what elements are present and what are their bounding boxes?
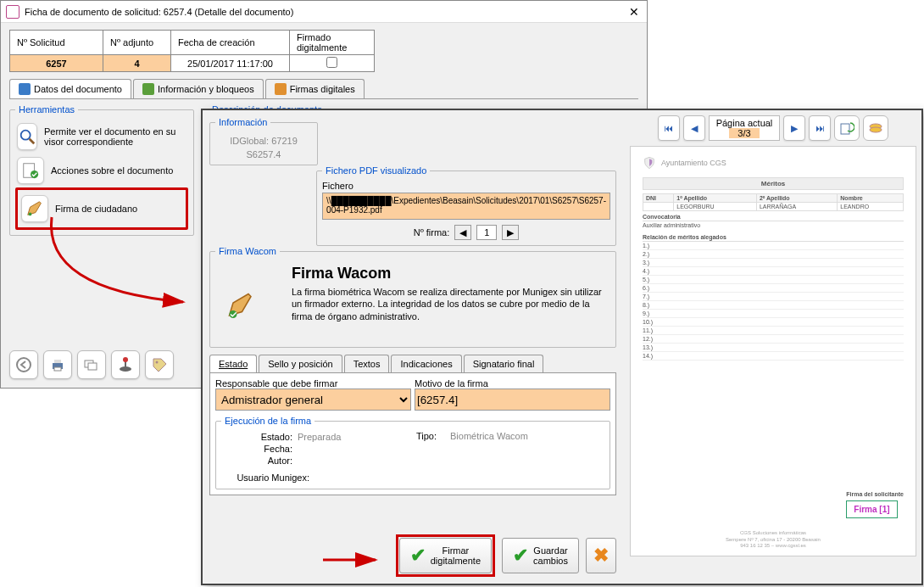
s-text: S6257.4: [215, 149, 312, 159]
page-next-icon[interactable]: ▶: [783, 115, 805, 141]
tipo-label: Tipo:: [416, 431, 437, 441]
tab-estado[interactable]: Estado: [209, 355, 257, 372]
val-num-solicitud: 6257: [10, 55, 103, 72]
info-legend: Información: [215, 117, 270, 127]
close-icon[interactable]: ✕: [626, 5, 642, 19]
spin-prev-icon[interactable]: ◀: [454, 225, 471, 240]
tipo-value: Biométrica Wacom: [450, 431, 528, 441]
wacom-legend: Firma Wacom: [215, 246, 280, 256]
tab-textos[interactable]: Textos: [344, 355, 390, 372]
tab-firmas-label: Firmas digitales: [290, 84, 355, 94]
gallery-icon[interactable]: [77, 350, 106, 379]
wacom-title: Firma Wacom: [292, 265, 610, 282]
shield-icon: [643, 155, 656, 171]
info-fieldset: Información IDGlobal: 67219 S6257.4: [209, 117, 318, 165]
col-num-solicitud: Nº Solicitud: [10, 31, 103, 55]
tool-firma-ciudadano[interactable]: Firma de ciudadano: [19, 192, 184, 226]
svg-point-0: [21, 131, 31, 140]
applicant-table: DNI1º Apellido2º ApellidoNombre LEGORBUR…: [643, 193, 904, 211]
convocatoria-label: Convocatoria: [643, 214, 904, 221]
doc-section-meritos: Méritos: [643, 177, 904, 190]
svg-point-4: [29, 213, 32, 216]
document-preview: Ayuntamiento CGS Méritos DNI1º Apellido2…: [630, 146, 916, 556]
firmar-button[interactable]: ✔ Firmardigitalmente: [399, 538, 492, 573]
val-fecha: 25/01/2017 11:17:00: [171, 55, 290, 72]
app-icon: [6, 5, 19, 19]
val-firmado: [290, 55, 375, 72]
guardar-button[interactable]: ✔ Guardarcambios: [502, 538, 579, 573]
tab-info-bloqueos[interactable]: Información y bloqueos: [133, 79, 264, 98]
fichero-label: Fichero: [322, 181, 610, 191]
wacom-fieldset: Firma Wacom Firma Wacom La firma biométr…: [209, 246, 616, 348]
herramientas-legend: Herramientas: [15, 104, 78, 115]
col-fecha: Fecha de creación: [171, 31, 290, 55]
window-title: Ficha de documento de solicitud: 6257.4 …: [25, 7, 626, 17]
check-icon: ✔: [410, 545, 426, 566]
tab-datos-documento[interactable]: Datos del documento: [9, 79, 131, 98]
joystick-icon[interactable]: [111, 350, 140, 379]
fichero-path[interactable]: \\██████████\Expedientes\Beasain\Solicit…: [322, 193, 610, 220]
responsable-select[interactable]: Admistrador general: [215, 389, 411, 411]
estado-tab-content: Responsable que debe firmar Admistrador …: [209, 373, 616, 495]
spin-next-icon[interactable]: ▶: [502, 225, 519, 240]
page-current: 3/3: [729, 128, 759, 138]
svg-point-15: [230, 310, 237, 318]
firmar-label: Firmardigitalmente: [431, 545, 481, 566]
page-last-icon[interactable]: ⏭: [809, 115, 831, 141]
firmado-checkbox[interactable]: [326, 57, 337, 68]
svg-point-14: [156, 361, 159, 364]
motivo-input[interactable]: [415, 389, 610, 411]
tag-icon[interactable]: [145, 350, 174, 379]
main-tabs: Datos del documento Información y bloque…: [9, 79, 638, 99]
bottom-toolbar: [9, 350, 174, 379]
page-label: Página actual: [716, 118, 773, 128]
convocatoria-value: Auxiliar administrativo: [643, 221, 904, 229]
tool-acciones[interactable]: Acciones sobre el documento: [15, 154, 188, 187]
back-icon[interactable]: [9, 350, 38, 379]
signature-icon: [275, 83, 287, 95]
titlebar: Ficha de documento de solicitud: 6257.4 …: [1, 1, 647, 23]
usuario-munigex-label: Usuario Munigex:: [221, 472, 314, 483]
check-icon: ✔: [513, 545, 528, 566]
preview-refresh-icon[interactable]: [834, 115, 860, 141]
tab-firmas-digitales[interactable]: Firmas digitales: [265, 79, 365, 98]
page-indicator: Página actual 3/3: [709, 115, 781, 141]
print-icon[interactable]: [43, 350, 72, 379]
preview-pane: ⏮ ◀ Página actual 3/3 ▶ ⏭ Ayuntamiento C…: [625, 110, 921, 584]
page-first-icon[interactable]: ⏮: [658, 115, 680, 141]
wacom-sign-icon: [225, 290, 256, 322]
motivo-label: Motivo de la firma: [415, 378, 610, 389]
doc-header-table: Nº Solicitud Nº adjunto Fecha de creació…: [9, 30, 375, 72]
tab-indicaciones[interactable]: Indicaciones: [391, 355, 461, 372]
magnifier-icon: [17, 123, 37, 150]
idglobal-text: IDGlobal: 67219: [215, 136, 312, 146]
col-num-adjunto: Nº adjunto: [103, 31, 171, 55]
relacion-meritos-label: Relación de méritos alegados: [643, 234, 904, 242]
svg-rect-8: [54, 367, 61, 371]
ejecucion-fieldset: Ejecución de la firma Estado:Preparada T…: [215, 416, 610, 489]
preview-coins-icon[interactable]: [863, 115, 888, 141]
estado-value: Preparada: [298, 432, 341, 442]
autor-label: Autor:: [221, 456, 298, 466]
signing-dialog: Información IDGlobal: 67219 S6257.4 Fich…: [201, 109, 923, 585]
tab-info-label: Información y bloqueos: [158, 84, 254, 94]
info-icon: [19, 83, 31, 95]
firma-solicitante-label: Firma del solicitante: [846, 491, 904, 497]
pdf-fieldset: Fichero PDF visualizado Fichero \\██████…: [316, 165, 616, 246]
tool-firma-label: Firma de ciudadano: [55, 204, 137, 214]
tab-signatario[interactable]: Signatario final: [464, 355, 544, 372]
svg-rect-7: [54, 360, 61, 363]
org-name: Ayuntamiento CGS: [661, 159, 726, 167]
estado-label: Estado:: [221, 432, 298, 442]
actions-icon: [17, 157, 44, 184]
tool-visor[interactable]: Permite ver el documento en su visor cor…: [15, 120, 188, 154]
tab-sello[interactable]: Sello y posición: [259, 355, 342, 372]
herramientas-fieldset: Herramientas Permite ver el documento en…: [9, 104, 194, 236]
book-icon: [142, 83, 154, 95]
page-prev-icon[interactable]: ◀: [683, 115, 705, 141]
pdf-legend: Fichero PDF visualizado: [322, 165, 430, 176]
lower-tabs: Estado Sello y posición Textos Indicacio…: [209, 355, 616, 373]
svg-point-5: [17, 358, 31, 372]
cancel-button[interactable]: ✖: [586, 538, 616, 573]
svg-rect-17: [841, 124, 849, 134]
